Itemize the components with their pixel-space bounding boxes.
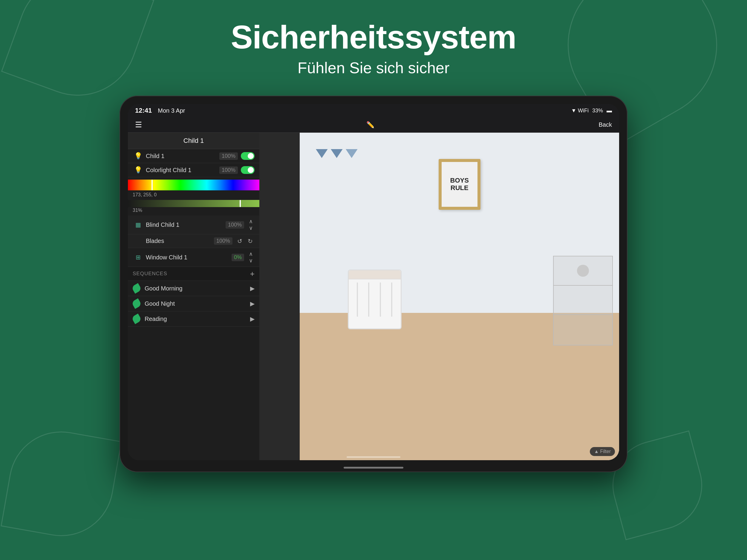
brightness-pct: 31%: [128, 207, 259, 214]
blind-pct: 100%: [226, 221, 244, 229]
window-row: ⊞ Window Child 1 0% ∧ ∨: [128, 248, 259, 267]
blind-icon: ▦: [133, 221, 144, 228]
sequence-row-good-night[interactable]: Good Night ▶: [128, 296, 259, 311]
window-name: Window Child 1: [146, 254, 232, 261]
menu-icon[interactable]: ☰: [135, 120, 142, 129]
left-panel: Child 1 💡 Child 1 100% 💡 Colorlight Chil…: [128, 133, 259, 460]
battery-status: 33%: [592, 108, 603, 114]
blind-name: Blind Child 1: [146, 222, 226, 228]
device-row-colorlight: 💡 Colorlight Child 1 100%: [128, 163, 259, 177]
light-icon-colorlight: 💡: [133, 166, 144, 174]
poster-text: BOYSRULE: [450, 177, 469, 191]
window-icon: ⊞: [133, 254, 144, 261]
color-picker-row[interactable]: 173, 255, 0: [128, 177, 259, 199]
device-pct-colorlight: 100%: [219, 167, 238, 174]
page-title: Sicherheitssystem: [0, 18, 747, 56]
play-icon-good-morning[interactable]: ▶: [250, 285, 255, 292]
panel-title: Child 1: [128, 133, 259, 149]
screen-content: BOYSRULE: [128, 133, 619, 460]
window-up-btn[interactable]: ∧: [247, 251, 255, 257]
ipad-outer: 12:41 Mon 3 Apr ▼ WiFi 33% ▬ ☰ ✏️ Back: [120, 96, 627, 472]
sequences-add-btn[interactable]: +: [250, 270, 255, 278]
blind-down-btn[interactable]: ∨: [247, 225, 255, 231]
window-controls: ∧ ∨: [247, 251, 255, 263]
flag-1: [316, 149, 328, 158]
page-header: Sicherheitssystem Fühlen Sie sich sicher: [0, 18, 747, 77]
blades-row: Blades 100% ↺ ↻: [128, 234, 259, 248]
sequence-icon-good-morning: [131, 283, 142, 294]
play-icon-good-night[interactable]: ▶: [250, 300, 255, 307]
toggle-child1[interactable]: [241, 152, 255, 160]
poster-frame: BOYSRULE: [439, 159, 481, 210]
sequences-title: SEQUENCES: [133, 271, 167, 277]
ipad-home-bar: [344, 467, 403, 468]
light-icon-child1: 💡: [133, 152, 144, 160]
sequence-name-good-night: Good Night: [145, 300, 250, 307]
status-time: 12:41: [135, 107, 152, 114]
blades-pct: 100%: [214, 237, 232, 245]
bg-leaf-3: [1, 423, 122, 544]
status-right: ▼ WiFi 33% ▬: [571, 108, 612, 114]
flag-3: [346, 149, 358, 158]
room-background: BOYSRULE: [300, 133, 619, 460]
device-name-child1: Child 1: [146, 153, 219, 159]
brightness-slider[interactable]: [128, 200, 259, 207]
play-icon-reading[interactable]: ▶: [250, 315, 255, 323]
back-button[interactable]: Back: [599, 121, 612, 128]
center-nav-icon[interactable]: ✏️: [366, 121, 375, 129]
window-pct: 0%: [232, 254, 244, 261]
blind-controls: ∧ ∨: [247, 219, 255, 231]
blades-name: Blades: [146, 237, 214, 245]
color-gradient-bar[interactable]: [128, 180, 259, 190]
ipad-screen: 12:41 Mon 3 Apr ▼ WiFi 33% ▬ ☰ ✏️ Back: [128, 104, 619, 460]
battery-icon: ▬: [607, 108, 612, 114]
blind-row: ▦ Blind Child 1 100% ∧ ∨: [128, 215, 259, 234]
brightness-bar-row[interactable]: 31%: [128, 199, 259, 215]
status-date: Mon 3 Apr: [158, 107, 185, 114]
status-bar: 12:41 Mon 3 Apr ▼ WiFi 33% ▬: [128, 104, 619, 117]
device-row-child1: 💡 Child 1 100%: [128, 149, 259, 163]
blades-cw-btn[interactable]: ↻: [246, 238, 255, 245]
device-name-colorlight: Colorlight Child 1: [146, 167, 219, 174]
sequence-name-reading: Reading: [145, 315, 250, 323]
blind-up-btn[interactable]: ∧: [247, 219, 255, 224]
sequence-icon-reading: [131, 313, 142, 324]
device-pct-child1: 100%: [219, 152, 238, 160]
top-nav: ☰ ✏️ Back: [128, 117, 619, 133]
wifi-icon: ▼ WiFi: [571, 108, 589, 114]
room-scene: BOYSRULE: [300, 133, 619, 460]
page-subtitle: Fühlen Sie sich sicher: [0, 59, 747, 77]
blades-ccw-btn[interactable]: ↺: [235, 238, 244, 245]
shelf-unit: [553, 256, 613, 346]
sequence-name-good-morning: Good Morning: [145, 285, 250, 292]
filter-button[interactable]: ▲ Filter: [590, 447, 615, 456]
color-values: 173, 255, 0: [128, 191, 259, 199]
ipad-wrapper: 12:41 Mon 3 Apr ▼ WiFi 33% ▬ ☰ ✏️ Back: [120, 96, 627, 472]
sequence-row-reading[interactable]: Reading ▶: [128, 311, 259, 327]
flag-2: [331, 149, 343, 158]
blades-controls: ↺ ↻: [235, 238, 255, 245]
toggle-colorlight[interactable]: [241, 166, 255, 174]
color-picker-thumb: [152, 180, 153, 190]
window-down-btn[interactable]: ∨: [247, 258, 255, 263]
sequence-row-good-morning[interactable]: Good Morning ▶: [128, 281, 259, 296]
scroll-indicator: [346, 456, 401, 458]
crib: [348, 270, 402, 329]
flags: [316, 149, 603, 158]
sequence-icon-good-night: [131, 298, 142, 309]
brightness-thumb: [240, 200, 241, 207]
sequences-header: SEQUENCES +: [128, 267, 259, 281]
poster-inner: BOYSRULE: [442, 162, 478, 207]
